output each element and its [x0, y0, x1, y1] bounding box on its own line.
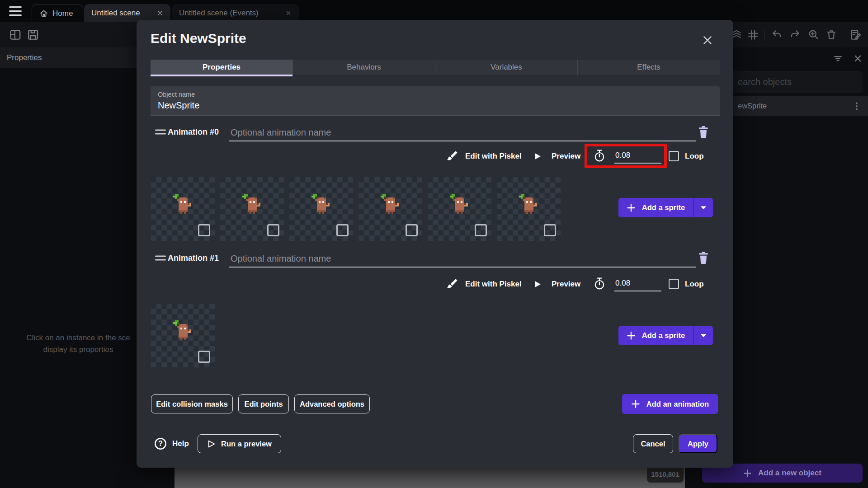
help-icon: ?: [154, 437, 167, 450]
redo-icon[interactable]: [789, 29, 801, 41]
search-objects-input[interactable]: earch objects: [719, 71, 863, 93]
sprite-frame-thumbnail[interactable]: [497, 177, 561, 241]
frame-select-checkbox[interactable]: [475, 224, 487, 236]
sprite-frame-thumbnail[interactable]: [220, 177, 284, 241]
close-panel-icon[interactable]: [853, 54, 863, 63]
scene-canvas[interactable]: 1510,801: [175, 468, 685, 488]
loop-label: Loop: [685, 280, 704, 289]
stopwatch-icon: [593, 150, 606, 162]
svg-text:?: ?: [158, 440, 163, 447]
grid-icon[interactable]: [747, 29, 759, 41]
tab-variables[interactable]: Variables: [435, 60, 577, 76]
animation-1-name-input[interactable]: [229, 253, 696, 267]
tab-home[interactable]: Home: [32, 4, 83, 22]
add-sprite-dropdown[interactable]: [693, 198, 713, 217]
time-between-frames-input[interactable]: [614, 279, 661, 291]
tab-untitled-scene[interactable]: Untitled scene: [84, 4, 170, 22]
add-sprite-button[interactable]: Add a sprite: [618, 326, 713, 345]
save-icon[interactable]: [27, 29, 39, 41]
frame-select-checkbox[interactable]: [267, 224, 279, 236]
advanced-options-button[interactable]: Advanced options: [294, 394, 370, 413]
animation-1-frames: [151, 304, 215, 367]
add-sprite-dropdown[interactable]: [693, 326, 713, 345]
sprite-frame-thumbnail[interactable]: [289, 177, 353, 241]
edit-sprite-dialog: Edit NewSprite Properties Behaviors Vari…: [137, 20, 733, 468]
toolbar-divider: [764, 29, 764, 41]
sprite-frame-thumbnail[interactable]: [428, 177, 491, 241]
tab-properties[interactable]: Properties: [151, 60, 292, 76]
plus-icon: [627, 331, 636, 340]
edit-points-button[interactable]: Edit points: [238, 394, 289, 413]
cursor-coordinates-badge: 1510,801: [647, 465, 684, 483]
edit-with-piskel-button[interactable]: Edit with Piskel: [465, 280, 522, 289]
frame-select-checkbox[interactable]: [198, 351, 210, 363]
frame-select-checkbox[interactable]: [336, 224, 349, 236]
pig-sprite-image: [168, 319, 197, 347]
object-item-label: ewSprite: [738, 102, 767, 110]
panels-layout-icon[interactable]: [9, 29, 21, 41]
main-menu-icon[interactable]: [9, 6, 22, 16]
pig-sprite-image: [237, 192, 266, 221]
time-between-frames-input[interactable]: [614, 151, 661, 164]
undo-icon[interactable]: [771, 29, 783, 41]
close-tab-icon[interactable]: [157, 10, 163, 16]
drag-handle-icon[interactable]: [155, 129, 166, 135]
item-menu-dots-icon[interactable]: [855, 102, 858, 110]
play-outline-icon: [207, 440, 216, 448]
preview-button[interactable]: Preview: [552, 280, 580, 289]
tab-home-label: Home: [52, 9, 73, 18]
edit-scene-sheet-icon[interactable]: [850, 29, 862, 41]
brush-icon: [446, 278, 458, 290]
tab-behaviors[interactable]: Behaviors: [292, 60, 435, 76]
edit-with-piskel-button[interactable]: Edit with Piskel: [465, 152, 522, 161]
frame-select-checkbox[interactable]: [544, 224, 556, 236]
loop-checkbox[interactable]: [669, 279, 679, 289]
play-icon: [533, 152, 542, 160]
drag-handle-icon[interactable]: [155, 255, 166, 261]
plus-icon: [631, 399, 640, 408]
add-animation-button[interactable]: Add an animation: [622, 394, 718, 414]
pig-sprite-image: [306, 192, 335, 221]
loop-label: Loop: [685, 152, 704, 161]
loop-checkbox[interactable]: [669, 151, 679, 161]
animation-0-name-input[interactable]: [229, 127, 696, 141]
trash-icon[interactable]: [826, 29, 837, 41]
stopwatch-icon: [593, 277, 606, 290]
preview-button[interactable]: Preview: [552, 152, 580, 161]
frame-select-checkbox[interactable]: [198, 224, 210, 236]
dialog-tab-bar: Properties Behaviors Variables Effects: [151, 60, 720, 76]
cancel-button[interactable]: Cancel: [633, 434, 673, 453]
edit-collision-masks-button[interactable]: Edit collision masks: [151, 394, 233, 413]
properties-panel-body: Click on an instance in the sce display …: [0, 68, 137, 488]
tab-untitled-scene-events[interactable]: Untitled scene (Events): [172, 4, 299, 22]
run-preview-button[interactable]: Run a preview: [198, 434, 281, 453]
close-dialog-icon[interactable]: [702, 34, 713, 46]
animation-0-title: Animation #0: [168, 127, 219, 137]
apply-button[interactable]: Apply: [679, 434, 717, 453]
gdevelop-window: Home Untitled scene Untitled scene (Even…: [0, 0, 868, 488]
filter-icon[interactable]: [833, 54, 843, 63]
help-button[interactable]: ? Help: [154, 437, 189, 450]
delete-animation-1-icon[interactable]: [698, 251, 709, 265]
properties-empty-message: Click on an instance in the sce display …: [13, 332, 144, 356]
pig-sprite-image: [375, 192, 404, 221]
tab-effects[interactable]: Effects: [577, 60, 720, 76]
sprite-frame-thumbnail[interactable]: [151, 177, 215, 241]
pig-sprite-image: [168, 192, 197, 221]
animation-1-title: Animation #1: [168, 253, 219, 263]
object-name-label: Object name: [158, 91, 712, 98]
add-sprite-button[interactable]: Add a sprite: [618, 198, 713, 217]
tab-scene-label: Untitled scene: [91, 9, 140, 18]
close-tab-icon[interactable]: [285, 10, 292, 16]
object-name-field[interactable]: Object name NewSprite: [151, 86, 720, 116]
home-icon: [39, 9, 48, 18]
properties-panel-title: Properties: [7, 53, 42, 62]
pig-sprite-image: [514, 192, 542, 221]
zoom-in-icon[interactable]: [808, 29, 820, 41]
delete-animation-0-icon[interactable]: [698, 125, 709, 139]
sprite-frame-thumbnail[interactable]: [359, 177, 422, 241]
sprite-frame-thumbnail[interactable]: [151, 304, 215, 367]
search-objects-placeholder: earch objects: [738, 77, 792, 87]
frame-select-checkbox[interactable]: [406, 224, 418, 236]
dialog-title: Edit NewSprite: [151, 31, 246, 46]
